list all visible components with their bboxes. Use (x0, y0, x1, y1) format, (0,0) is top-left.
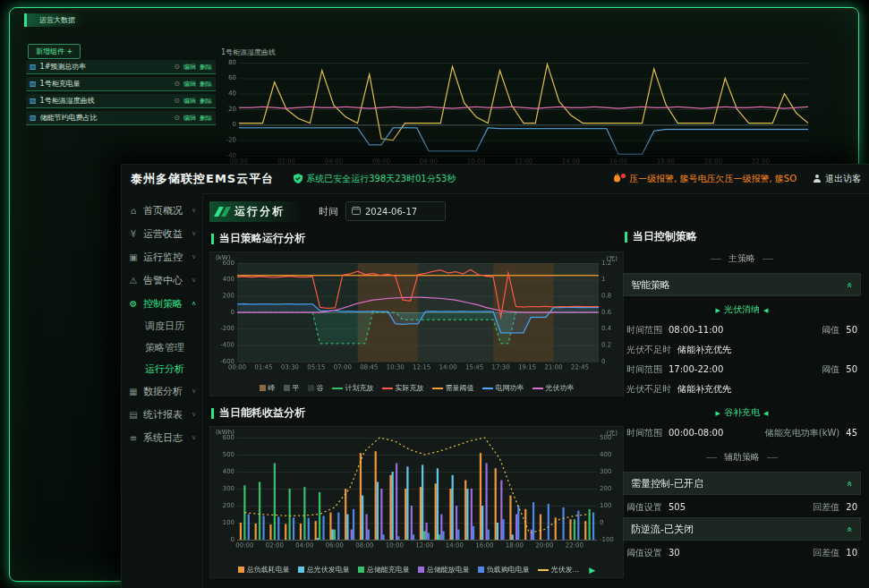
widget-label: 1号柜充电量 (40, 79, 171, 89)
widget-delete-link[interactable]: 删除 (200, 63, 212, 72)
sidebar-item-data[interactable]: ▦数据分析∨ (122, 379, 202, 403)
widget-delete-link[interactable]: 删除 (200, 80, 212, 89)
legend-item[interactable]: 实际充放 (382, 383, 424, 393)
legend-item[interactable]: 平 (284, 383, 300, 393)
alarm-text: 压一级报警, 簇号电压欠压一级报警, 簇SO (629, 173, 797, 185)
legend-label: 总储能充电量 (367, 565, 410, 575)
ems-window: 泰州多储联控EMS云平台 系统已安全运行398天23时01分53秒 压一级报警,… (121, 164, 869, 588)
user-icon (813, 174, 822, 184)
sidebar-subitem-analysis[interactable]: 运行分析 (122, 358, 202, 379)
legend-label: 光伏功率 (546, 383, 575, 393)
collapse-icon[interactable]: « (844, 526, 856, 533)
kv-value: 17:00-22:00 (669, 364, 723, 374)
collapse-icon[interactable]: « (844, 481, 856, 487)
widget-delete-link[interactable]: 删除 (200, 114, 212, 123)
energy-chart-panel: (kWh) (元) 总负载耗电量总光伏发电量总储能充电量总储能放电量负载购电电量… (209, 426, 624, 578)
legend-item[interactable]: 总储能放电量 (418, 565, 470, 575)
strategy-section-header: ▶谷补充电◀ (623, 406, 861, 419)
kv-key: 阈值 (822, 325, 839, 335)
kv-key: 时间范围 (626, 325, 662, 335)
widget-list-item[interactable]: ▧1#预测总功率⊙编辑删除 (26, 60, 216, 74)
widget-label: 1号柜温湿度曲线 (40, 96, 171, 106)
widget-edit-link[interactable]: 编辑 (183, 97, 196, 106)
kv-pair: 回差值10 (813, 547, 857, 559)
legend-item[interactable]: 需量阈值 (432, 383, 474, 393)
kv-value: 50 (846, 325, 857, 335)
widget-edit-link[interactable]: 编辑 (183, 80, 196, 89)
time-label: 时间 (319, 205, 338, 218)
legend-item[interactable]: 总储能充电量 (358, 565, 410, 575)
strategy-kv-row: 时间范围17:00-22:00阈值50 (623, 360, 861, 379)
collapse-icon[interactable]: « (844, 282, 856, 288)
legend-next-button[interactable]: ▶ (589, 566, 595, 575)
sidebar-item-control[interactable]: ⚙控制策略∧ (122, 292, 202, 315)
section-bar (211, 408, 214, 419)
strategy-group-divider: 辅助策略 (623, 451, 861, 464)
legend-swatch (332, 388, 343, 389)
legend-item[interactable]: 电网功率 (482, 383, 524, 393)
chevron-down-icon: ∨ (192, 411, 196, 418)
logout-button[interactable]: 退出访客 (813, 173, 861, 185)
legend-label: 谷 (317, 383, 324, 393)
alarm-ticker[interactable]: 压一级报警, 簇号电压欠压一级报警, 簇SO (613, 173, 797, 185)
sidebar-item-log[interactable]: ≡系统日志∨ (122, 426, 202, 449)
kv-value: 储能补充优先 (677, 345, 731, 354)
strategy-card-header[interactable]: 需量控制-已开启« (623, 472, 861, 495)
divider-label: 主策略 (728, 252, 755, 265)
legend-item[interactable]: 负载购电电量 (478, 565, 530, 575)
main-content: 运行分析 时间 2024-06-17 当日策略运行分析 (kW) (元) 峰平谷… (202, 193, 627, 588)
widget-list-item[interactable]: ▧1号柜温湿度曲线⊙编辑删除 (26, 94, 216, 108)
legend-item[interactable]: 总负载耗电量 (238, 565, 290, 575)
widget-delete-link[interactable]: 删除 (200, 97, 212, 106)
strategy-card-header[interactable]: 防逆流-已关闭« (623, 517, 861, 541)
legend-swatch (284, 385, 290, 391)
sidebar-item-monitor[interactable]: ▣运行监控∨ (122, 245, 202, 268)
back-chart-title: 1号柜温湿度曲线 (221, 47, 276, 57)
temperature-humidity-chart (217, 57, 815, 166)
legend-item[interactable]: 计划充放 (332, 383, 374, 393)
legend-label: 实际充放 (396, 383, 424, 393)
kv-pair: 回差值20 (813, 501, 857, 514)
dashboard-tag: 运营大数据 (24, 13, 84, 27)
legend-item[interactable]: 光伏发... (538, 565, 580, 575)
widget-list-item[interactable]: ▧1号柜充电量⊙编辑删除 (26, 77, 216, 91)
date-picker[interactable]: 2024-06-17 (345, 201, 446, 221)
triangle-right-icon: ▶ (716, 410, 720, 417)
strategy-kv-row: 阈值设置505回差值20 (623, 498, 861, 517)
kv-pair: 储能充电功率(kW)45 (765, 427, 857, 439)
add-widget-button[interactable]: 新增组件 + (28, 44, 81, 59)
strategy-section-header: ▶光伏消纳◀ (623, 303, 861, 316)
kv-key: 光伏不足时 (626, 345, 671, 354)
widget-list-item[interactable]: ▧储能节约电费占比⊙编辑删除 (26, 111, 216, 125)
energy-revenue-chart (212, 430, 620, 552)
sidebar: ⌂首页概况∨¥运营收益∨▣运行监控∨⚠告警中心∨⚙控制策略∧调度日历策略管理运行… (122, 193, 203, 588)
sidebar-subitem-calendar[interactable]: 调度日历 (122, 315, 202, 337)
sidebar-item-alarm[interactable]: ⚠告警中心∨ (122, 268, 202, 292)
strategy-card-header[interactable]: 智能策略« (623, 273, 861, 296)
toolbar: 运行分析 时间 2024-06-17 (209, 200, 624, 222)
sidebar-item-revenue[interactable]: ¥运营收益∨ (122, 222, 202, 245)
strategy-run-chart (212, 256, 620, 374)
control-strategy-panel: 当日控制策略 主策略智能策略«▶光伏消纳◀时间范围08:00-11:00阈值50… (618, 193, 869, 588)
sidebar-item-report[interactable]: ▤统计报表∨ (122, 403, 202, 426)
kv-pair: 光伏不足时储能补充优先 (626, 344, 731, 356)
kv-value: 08:00-11:00 (669, 325, 723, 335)
sidebar-subitem-strategy[interactable]: 策略管理 (122, 337, 202, 358)
section-header-control: 当日控制策略 (625, 229, 861, 244)
legend-swatch (418, 567, 424, 573)
widget-edit-link[interactable]: 编辑 (183, 114, 196, 123)
eye-icon: ⊙ (174, 97, 180, 105)
strategy-card-title: 智能策略 (631, 278, 670, 292)
chart-widget-icon: ▧ (30, 97, 37, 105)
strategy-chart-legend: 峰平谷计划充放实际充放需量阈值电网功率光伏功率 (210, 383, 623, 393)
legend-item[interactable]: 光伏功率 (532, 383, 575, 393)
sidebar-item-home[interactable]: ⌂首页概况∨ (122, 199, 202, 222)
legend-item[interactable]: 总光伏发电量 (298, 565, 350, 575)
legend-swatch (382, 388, 393, 389)
sidebar-item-label: 数据分析 (143, 385, 187, 398)
chevron-down-icon: ∨ (192, 434, 196, 441)
legend-item[interactable]: 谷 (308, 383, 324, 393)
date-value: 2024-06-17 (365, 207, 417, 217)
widget-edit-link[interactable]: 编辑 (183, 63, 196, 72)
legend-item[interactable]: 峰 (260, 383, 276, 393)
